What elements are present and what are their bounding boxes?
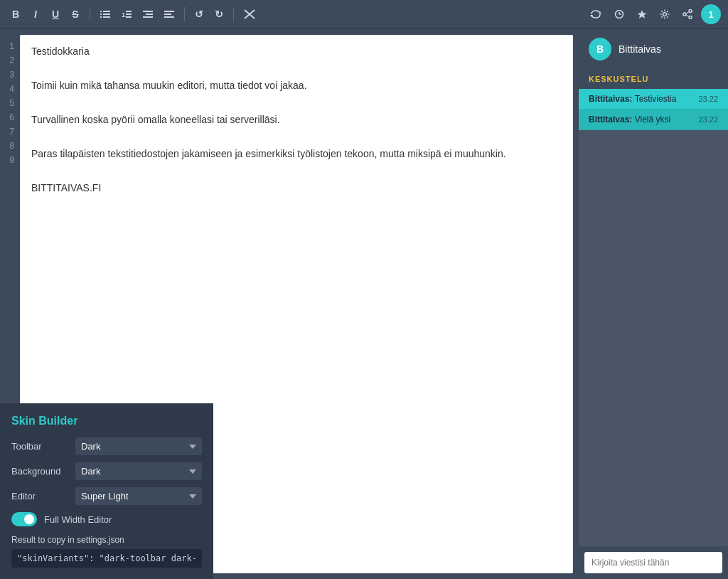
svg-rect-14	[164, 14, 171, 15]
chat-messages: Bittitaivas: Testiviestia 23.22 Bittitai…	[579, 89, 728, 546]
settings-icon-button[interactable]	[655, 6, 674, 23]
toolbar-select[interactable]: DarkLightSuper Light	[75, 437, 202, 455]
svg-rect-2	[100, 14, 102, 15]
line-number: 1	[6, 39, 14, 53]
svg-rect-0	[100, 11, 102, 12]
editor-row: Editor DarkLightSuper Light	[11, 487, 202, 505]
toolbar-label: Toolbar	[11, 441, 75, 452]
background-label: Background	[11, 466, 75, 477]
svg-marker-21	[638, 10, 647, 18]
star-icon	[637, 9, 647, 19]
bold-button[interactable]: B	[7, 6, 24, 23]
share-icon-button[interactable]	[678, 6, 697, 23]
svg-point-24	[689, 16, 692, 19]
svg-rect-4	[100, 16, 102, 18]
editor-line	[31, 95, 562, 110]
strikethrough-button[interactable]: S	[67, 6, 84, 23]
svg-point-23	[689, 10, 692, 13]
chat-message: Bittitaivas: Vielä yksi 23.22	[579, 110, 728, 130]
svg-rect-8	[126, 14, 132, 15]
link-icon	[244, 9, 255, 19]
chat-text: Bittitaivas: Testiviestia	[589, 94, 676, 104]
line-number: 7	[6, 124, 14, 139]
chat-input[interactable]	[584, 552, 722, 573]
editor-label: Editor	[11, 491, 75, 501]
editor-line	[31, 129, 562, 144]
svg-rect-13	[164, 11, 174, 12]
full-width-toggle[interactable]	[11, 512, 37, 526]
ordered-list-button[interactable]: 1.	[117, 6, 136, 23]
italic-button[interactable]: I	[27, 6, 44, 23]
chat-text: Bittitaivas: Vielä yksi	[589, 115, 670, 124]
history-icon	[614, 9, 624, 19]
separator-1	[90, 7, 90, 21]
svg-rect-7	[126, 11, 132, 12]
undo-button[interactable]: ↺	[191, 6, 208, 23]
list-ol-icon: 1.	[122, 10, 132, 18]
skin-builder-title: Skin Builder	[11, 415, 202, 427]
editor-line	[31, 163, 562, 179]
editor-line: Paras tilapäisten tekstitiedostojen jaka…	[31, 146, 562, 161]
svg-rect-15	[164, 16, 174, 18]
share-icon	[682, 9, 692, 19]
gear-icon	[660, 9, 670, 19]
line-number: 5	[6, 96, 14, 110]
editor-select[interactable]: DarkLightSuper Light	[75, 487, 202, 505]
separator-3	[233, 7, 234, 21]
chat-time: 23.22	[698, 115, 718, 124]
toolbar-right: 1	[586, 4, 721, 24]
line-number: 9	[6, 153, 14, 167]
svg-rect-3	[103, 14, 110, 15]
chat-sender: Bittitaivas:	[589, 94, 635, 104]
sync-icon	[590, 9, 601, 19]
toolbar: B I U S 1.	[0, 0, 728, 29]
user-count-badge[interactable]: 1	[701, 4, 721, 24]
sync-icon-button[interactable]	[586, 6, 606, 23]
unordered-list-button[interactable]	[96, 6, 114, 23]
main-area: 123456789 TestidokkariaToimii kuin mikä …	[0, 29, 728, 579]
avatar: B	[589, 38, 611, 60]
svg-line-26	[686, 12, 690, 14]
result-input[interactable]	[11, 549, 202, 568]
line-number: 2	[6, 53, 14, 68]
full-width-label: Full Width Editor	[44, 514, 112, 525]
svg-line-27	[686, 15, 690, 17]
toolbar-row: Toolbar DarkLightSuper Light	[11, 437, 202, 455]
svg-rect-10	[143, 11, 153, 12]
chat-sender: Bittitaivas:	[589, 115, 635, 124]
svg-rect-5	[103, 16, 110, 18]
indent-right-button[interactable]	[160, 6, 178, 23]
underline-button[interactable]: U	[47, 6, 64, 23]
svg-rect-9	[126, 16, 132, 18]
link-button[interactable]	[240, 6, 259, 23]
indent-left-icon	[143, 10, 153, 18]
indent-left-button[interactable]	[139, 6, 157, 23]
right-sidebar: B Bittitaivas KESKUSTELU Bittitaivas: Te…	[579, 29, 728, 579]
editor-line: Toimii kuin mikä tahansa muukin editori,…	[31, 78, 562, 93]
svg-point-25	[683, 13, 686, 16]
star-icon-button[interactable]	[633, 6, 651, 23]
list-ul-icon	[100, 10, 110, 18]
background-row: Background DarkLightSuper Light	[11, 462, 202, 480]
editor-line: Testidokkaria	[31, 43, 562, 59]
chat-input-area	[579, 546, 728, 579]
full-width-row: Full Width Editor	[11, 512, 202, 526]
line-number: 3	[6, 68, 14, 82]
line-number: 8	[6, 139, 14, 153]
redo-button[interactable]: ↻	[210, 6, 228, 23]
user-header: B Bittitaivas	[579, 29, 728, 69]
editor-line: Turvallinen koska pyörii omalla koneella…	[31, 112, 562, 127]
editor-line	[31, 60, 562, 76]
indent-right-icon	[164, 10, 174, 18]
line-number: 4	[6, 82, 14, 96]
background-select[interactable]: DarkLightSuper Light	[75, 462, 202, 480]
chat-message: Bittitaivas: Testiviestia 23.22	[579, 89, 728, 110]
editor-area: 123456789 TestidokkariaToimii kuin mikä …	[0, 29, 579, 579]
separator-2	[184, 7, 185, 21]
svg-rect-11	[146, 14, 153, 15]
chat-time: 23.22	[698, 95, 718, 103]
editor-line: BITTITAIVAS.FI	[31, 180, 562, 196]
line-number: 6	[6, 110, 14, 124]
user-name: Bittitaivas	[619, 43, 661, 55]
history-icon-button[interactable]	[610, 6, 628, 23]
